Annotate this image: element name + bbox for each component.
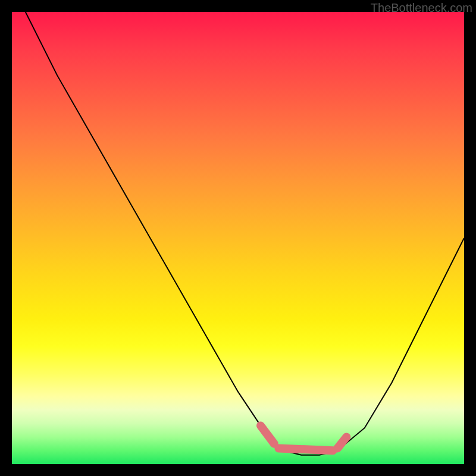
watermark-text: TheBottleneck.com [371,1,472,15]
highlight-segment [261,425,274,443]
highlight-segments [261,425,346,450]
bottleneck-curve [26,12,464,455]
chart-svg [12,12,464,464]
chart-plot-area [12,12,464,464]
highlight-segment [278,448,333,450]
highlight-segment [337,437,346,448]
